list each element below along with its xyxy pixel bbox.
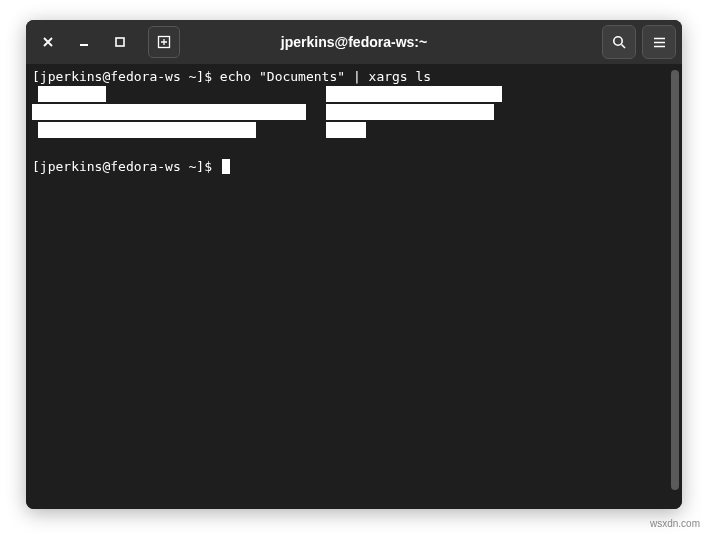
search-icon [612, 35, 627, 50]
terminal-line-1: [jperkins@fedora-ws ~]$ echo "Documents"… [32, 68, 676, 86]
search-button[interactable] [602, 25, 636, 59]
titlebar-right-controls [602, 25, 676, 59]
redacted-output [326, 104, 494, 120]
scrollbar[interactable] [671, 70, 679, 490]
new-tab-icon [157, 35, 171, 49]
maximize-button[interactable] [104, 26, 136, 58]
close-button[interactable] [32, 26, 64, 58]
titlebar-left-controls [32, 26, 180, 58]
prompt: [jperkins@fedora-ws ~]$ [32, 69, 220, 84]
terminal-line-2: [jperkins@fedora-ws ~]$ [32, 158, 676, 176]
svg-rect-0 [116, 38, 124, 46]
hamburger-icon [652, 35, 667, 50]
titlebar: jperkins@fedora-ws:~ [26, 20, 682, 64]
redacted-output [326, 122, 366, 138]
redacted-output [38, 86, 106, 102]
redacted-output [32, 104, 306, 120]
minimize-icon [78, 36, 90, 48]
new-tab-button[interactable] [148, 26, 180, 58]
terminal-body[interactable]: [jperkins@fedora-ws ~]$ echo "Documents"… [26, 64, 682, 509]
maximize-icon [114, 36, 126, 48]
command-text: echo "Documents" | xargs ls [220, 69, 431, 84]
redacted-output [38, 122, 256, 138]
menu-button[interactable] [642, 25, 676, 59]
close-icon [42, 36, 54, 48]
svg-point-2 [613, 36, 621, 44]
watermark: wsxdn.com [650, 518, 700, 529]
terminal-window: jperkins@fedora-ws:~ [jperkins@fedora-ws… [26, 20, 682, 509]
terminal-output [32, 86, 676, 158]
prompt: [jperkins@fedora-ws ~]$ [32, 159, 220, 174]
redacted-output [326, 86, 502, 102]
cursor [222, 159, 230, 174]
minimize-button[interactable] [68, 26, 100, 58]
